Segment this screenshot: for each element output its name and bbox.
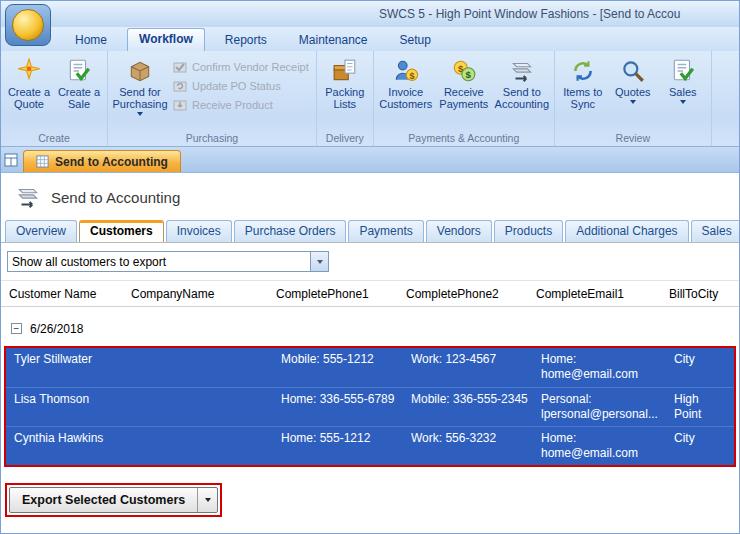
tab-payments[interactable]: Payments [348,220,423,242]
document-tab-bar: Send to Accounting [1,147,739,173]
items-to-sync-button[interactable]: Items to Sync [558,54,608,114]
svg-text:$: $ [409,71,414,81]
group-row[interactable]: − 6/26/2018 [1,316,739,341]
combo-dropdown-button[interactable] [310,252,328,271]
tab-purchase-orders[interactable]: Purchase Orders [234,220,347,242]
ribbon-tab-maintenance[interactable]: Maintenance [287,29,380,51]
selection-highlight-annotation: Tyler Stillwater Mobile: 555-1212 Work: … [4,346,736,467]
doc-check-icon [66,58,92,84]
update-po-status-label: Update PO Status [192,80,281,92]
app-logo-icon [12,9,44,41]
ribbon-tab-reports[interactable]: Reports [213,29,279,51]
box-refresh-icon [173,79,187,93]
column-header-companyname[interactable]: CompanyName [131,287,276,301]
create-quote-button[interactable]: Create a Quote [4,54,54,114]
packing-lists-button[interactable]: Packing Lists [320,54,370,114]
group-label-payments: Payments & Accounting [374,132,554,144]
invoice-customers-button[interactable]: $ Invoice Customers [377,54,435,114]
column-header-billtocity[interactable]: BillToCity [669,287,739,301]
document-tab-send-to-accounting[interactable]: Send to Accounting [23,150,181,172]
receive-product-button: Receive Product [173,98,309,112]
ribbon: Create a Quote Create a Sale Create Send… [1,51,739,147]
table-header: Customer Name CompanyName CompletePhone1… [1,280,739,307]
ribbon-group-create: Create a Quote Create a Sale Create [1,51,108,146]
update-po-status-button: Update PO Status [173,79,309,93]
tab-customers[interactable]: Customers [79,220,164,242]
receive-payments-label: Receive Payments [437,86,491,110]
table-row[interactable]: Tyler Stillwater Mobile: 555-1212 Work: … [6,348,734,387]
coins-icon: $$ [451,58,477,84]
star-quote-icon [16,58,42,84]
filter-row: Show all customers to export [1,243,739,280]
sales-label: Sales [669,86,697,98]
ribbon-group-purchasing: Send for Purchasing Confirm Vendor Recei… [108,51,317,146]
cell-completephone1: Home: 555-1212 [281,427,411,465]
confirm-vendor-receipt-button: Confirm Vendor Receipt [173,60,309,74]
tab-overview[interactable]: Overview [5,220,77,242]
table-row[interactable]: Cynthia Hawkins Home: 555-1212 Work: 556… [6,426,734,465]
magnifier-icon [620,58,646,84]
ribbon-tab-bar: Home Workflow Reports Maintenance Setup [1,27,739,51]
export-dropdown-button[interactable] [197,488,217,512]
spreadsheet-icon [36,155,49,168]
person-dollar-icon: $ [393,58,419,84]
svg-text:$: $ [465,69,471,80]
export-selected-customers-button[interactable]: Export Selected Customers [9,487,218,513]
invoice-customers-label: Invoice Customers [379,86,433,110]
document-tab-label: Send to Accounting [55,155,168,169]
cell-completeemail1: Home: home@email.com [541,427,674,465]
send-to-accounting-icon [15,184,41,210]
sync-arrows-icon [570,58,596,84]
tab-vendors[interactable]: Vendors [426,220,492,242]
box-check-icon [173,60,187,74]
column-header-completephone1[interactable]: CompletePhone1 [276,287,406,301]
cell-completephone1: Mobile: 555-1212 [281,348,411,387]
page-tab-bar: Overview Customers Invoices Purchase Ord… [1,219,739,243]
cell-companyname [136,427,281,465]
collapse-group-icon[interactable]: − [11,323,22,334]
column-header-customer-name[interactable]: Customer Name [9,287,131,301]
ribbon-tab-home[interactable]: Home [63,29,119,51]
ribbon-group-delivery: Packing Lists Delivery [317,51,374,146]
create-sale-label: Create a Sale [56,86,102,110]
create-quote-label: Create a Quote [6,86,52,110]
receive-payments-button[interactable]: $$ Receive Payments [435,54,493,114]
cell-completeemail1: Home: home@email.com [541,348,674,387]
quotes-button[interactable]: Quotes [608,54,658,108]
dropdown-caret-icon [680,100,686,104]
window-grid-icon [4,153,18,167]
box-in-icon [173,98,187,112]
app-logo-orb[interactable] [5,4,51,46]
ribbon-group-payments: $ Invoice Customers $$ Receive Payments … [374,51,555,146]
tab-sales[interactable]: Sales [691,220,739,242]
tab-products[interactable]: Products [494,220,563,242]
cell-completephone2: Mobile: 336-555-2345 [411,388,541,426]
group-row-label: 6/26/2018 [30,322,83,336]
send-to-accounting-button[interactable]: Send to Accounting [493,54,551,114]
send-to-accounting-label: Send to Accounting [495,86,549,110]
ribbon-tab-workflow[interactable]: Workflow [127,28,205,51]
column-header-completeemail1[interactable]: CompleteEmail1 [536,287,669,301]
table-row[interactable]: Lisa Thomson Home: 336-555-6789 Mobile: … [6,387,734,426]
tab-invoices[interactable]: Invoices [166,220,232,242]
dropdown-caret-icon [630,100,636,104]
send-for-purchasing-button[interactable]: Send for Purchasing [111,54,169,120]
ribbon-tab-setup[interactable]: Setup [388,29,443,51]
group-label-create: Create [1,132,107,144]
chevron-down-icon [317,260,323,264]
create-sale-button[interactable]: Create a Sale [54,54,104,114]
export-highlight-annotation: Export Selected Customers [5,483,222,517]
cell-customer-name: Tyler Stillwater [14,348,136,387]
column-header-completephone2[interactable]: CompletePhone2 [406,287,536,301]
window-title: SWCS 5 - High Point Window Fashions - [S… [379,7,680,21]
items-to-sync-label: Items to Sync [560,86,606,110]
cell-completephone1: Home: 336-555-6789 [281,388,411,426]
tab-additional-charges[interactable]: Additional Charges [565,220,688,242]
titlebar: SWCS 5 - High Point Window Fashions - [S… [1,1,739,27]
dropdown-caret-icon [137,112,143,116]
confirm-vendor-receipt-label: Confirm Vendor Receipt [192,61,309,73]
sales-button[interactable]: Sales [658,54,708,108]
page-header: Send to Accounting [1,173,739,219]
cell-customer-name: Cynthia Hawkins [14,427,136,465]
customer-filter-select[interactable]: Show all customers to export [7,251,329,272]
